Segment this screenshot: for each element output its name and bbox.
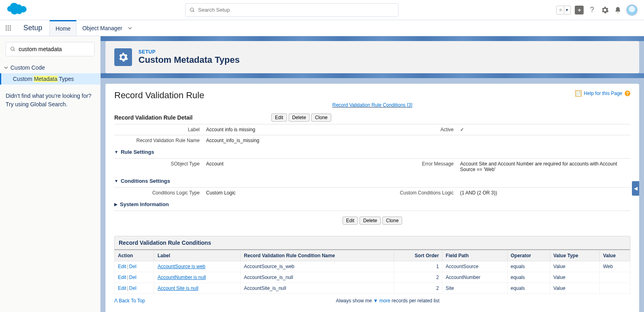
delete-button-bottom[interactable]: Delete [359, 217, 381, 225]
section-system-information-label: System Information [120, 201, 169, 207]
row-valuetype: Value [550, 261, 599, 272]
svg-line-3 [14, 50, 15, 51]
row-del-link[interactable]: Del [129, 275, 136, 280]
row-name: AccountSource_is_null [241, 272, 394, 283]
waffle-icon [6, 25, 11, 31]
section-rule-settings[interactable]: ▼ Rule Settings [114, 146, 630, 159]
row-label-link[interactable]: AccountSource is web [157, 264, 205, 269]
tab-object-manager-label: Object Manager [82, 25, 122, 31]
row-value [600, 272, 630, 283]
field-errormsg-label: Error Message [376, 159, 457, 169]
decor-band [101, 73, 644, 78]
row-edit-link[interactable]: Edit [118, 285, 126, 291]
tab-home-label: Home [56, 25, 70, 32]
col-action: Action [115, 250, 154, 261]
tab-home[interactable]: Home [50, 20, 76, 36]
field-label-label: Label [114, 124, 203, 135]
conditions-anchor-link[interactable]: Record Validation Rule Conditions [3] [332, 102, 413, 108]
col-name: Record Validation Rule Condition Name [241, 250, 394, 261]
plus-icon: ＋ [577, 6, 582, 14]
tree-category-label: Custom Code [10, 64, 45, 71]
section-conditions-settings[interactable]: ▼ Conditions Settings [114, 175, 630, 188]
page-title: Record Validation Rule [114, 90, 204, 101]
field-sobject-value: Account [203, 159, 376, 169]
section-system-information[interactable]: ▶ System Information [114, 198, 630, 211]
global-search-input[interactable] [198, 7, 394, 13]
row-valuetype: Value [550, 272, 599, 283]
global-create-button[interactable]: ＋ [575, 6, 584, 14]
main-panel: SETUP Custom Metadata Types Record Valid… [101, 36, 644, 312]
search-icon [190, 7, 195, 13]
row-value: Web [600, 261, 630, 272]
row-label-link[interactable]: Account Site is null [157, 285, 198, 291]
row-operator: equals [507, 261, 550, 272]
row-operator: equals [507, 283, 550, 294]
setup-gear-button[interactable] [601, 6, 609, 14]
star-icon: ★ [558, 7, 563, 13]
col-operator: Operator [507, 250, 550, 261]
help-link-label: Help for this Page [584, 91, 622, 96]
svg-line-1 [193, 10, 194, 12]
question-icon: ? [590, 6, 594, 14]
row-valuetype: Value [550, 283, 599, 294]
help-button[interactable]: ? [588, 6, 597, 14]
global-search[interactable] [185, 3, 398, 17]
row-edit-link[interactable]: Edit [118, 275, 126, 280]
notifications-button[interactable] [613, 6, 622, 14]
chevron-down-icon: ▼ [565, 8, 569, 12]
row-sortorder: 2 [394, 272, 442, 283]
app-launcher[interactable] [0, 20, 16, 36]
back-to-top-link[interactable]: ᐱ Back To Top [114, 298, 145, 304]
tab-object-manager[interactable]: Object Manager [76, 20, 138, 36]
quick-find-input[interactable] [19, 46, 90, 52]
quick-find[interactable] [6, 42, 95, 56]
favorites-menu[interactable]: ★ ▼ [556, 6, 571, 14]
chevron-down-icon [4, 64, 8, 71]
search-icon [10, 46, 16, 52]
user-avatar[interactable] [626, 4, 638, 16]
triangle-down-icon: ▼ [114, 150, 118, 154]
row-edit-link[interactable]: Edit [118, 264, 126, 269]
field-label-value: Account info is missing [203, 124, 376, 135]
col-fieldpath: Field Path [442, 250, 507, 261]
field-logictype-label: Conditions Logic Type [114, 188, 203, 198]
col-value: Value [600, 250, 630, 261]
salesforce-logo[interactable] [6, 2, 27, 18]
chevron-up-icon: ᐱ [114, 298, 118, 304]
help-for-page-link[interactable]: 📄 Help for this Page ? [575, 90, 630, 97]
tree-item-custom-metadata-types[interactable]: Custom Metadata Types [0, 73, 100, 85]
content-card: Record Validation Rule 📄 Help for this P… [105, 84, 639, 312]
gear-icon [601, 6, 609, 14]
tree-item-label: Custom Metadata Types [13, 76, 74, 82]
row-name: AccountSource_is_web [241, 261, 394, 272]
detail-fields: Label Account info is missing Active ✓ R… [114, 124, 630, 146]
row-del-link[interactable]: Del [129, 285, 136, 291]
conditions-table: Action Label Record Validation Rule Cond… [114, 250, 630, 294]
edit-button-bottom[interactable]: Edit [343, 217, 358, 225]
gear-icon [118, 52, 128, 62]
row-fieldpath: Site [442, 283, 507, 294]
edit-button[interactable]: Edit [271, 114, 287, 122]
field-active-value: ✓ [457, 124, 630, 135]
tree-category-custom-code[interactable]: Custom Code [0, 62, 100, 73]
row-label-link[interactable]: AccountNumber is null [157, 275, 206, 280]
global-header: ★ ▼ ＋ ? [0, 0, 644, 20]
context-bar: Setup Home Object Manager [0, 20, 644, 36]
expand-panel-button[interactable]: ◀ [632, 181, 639, 196]
page-header-title: Custom Metadata Types [138, 55, 239, 65]
check-icon: ✓ [460, 127, 464, 132]
clone-button-bottom[interactable]: Clone [382, 217, 402, 225]
chevron-down-icon [128, 25, 132, 31]
col-sortorder: Sort Order [394, 250, 442, 261]
related-list-conditions: Record Validation Rule Conditions Action… [114, 236, 630, 294]
field-logictype-value: Custom Logic [203, 188, 376, 198]
delete-button[interactable]: Delete [289, 114, 310, 122]
table-row: Edit|DelAccount Site is nullAccountSite_… [115, 283, 630, 294]
content-footer: ᐱ Back To Top Always show me ▼ more reco… [114, 298, 630, 304]
row-del-link[interactable]: Del [129, 264, 136, 269]
chevron-left-icon: ◀ [634, 186, 638, 191]
page-header: SETUP Custom Metadata Types [114, 48, 630, 66]
clone-button[interactable]: Clone [311, 114, 331, 122]
row-fieldpath: AccountSource [442, 261, 507, 272]
show-more-link[interactable]: ▼ more [373, 298, 390, 304]
